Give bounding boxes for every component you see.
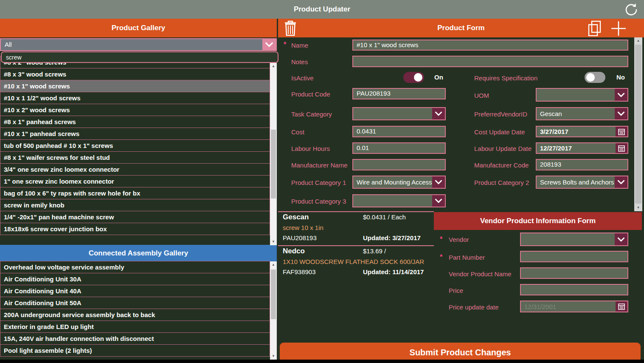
calendar-icon[interactable]	[616, 143, 627, 153]
assembly-scroll-thumb[interactable]	[271, 269, 276, 319]
uom-value	[537, 89, 615, 101]
toggle-knob	[586, 73, 595, 82]
list-item[interactable]: Air Conditioning Unit 30A	[0, 273, 270, 285]
cost-update-date-value: 3/27/2017	[537, 127, 616, 136]
vendor-dropdown[interactable]	[520, 233, 628, 246]
delete-product-button[interactable]	[284, 20, 297, 36]
cost-update-date-label: Cost Update Date	[474, 128, 525, 136]
manufacturer-code-label: Manufacturer Code	[474, 162, 529, 169]
product-filter-dropdown[interactable]: All	[0, 38, 277, 51]
list-item[interactable]: #10 x 1 1/2" wood screws	[0, 92, 270, 104]
labour-update-date-field[interactable]: 12/27/2017	[536, 142, 628, 154]
list-item[interactable]: tub of 500 panhead # 10 x 1" screws	[0, 139, 270, 152]
form-scrollbar[interactable]: ▲ ▼	[634, 37, 642, 211]
list-item[interactable]: 1" one screw zinc loomex connector	[0, 175, 270, 187]
price-field[interactable]	[520, 284, 628, 295]
scroll-up-icon[interactable]: ▲	[270, 261, 277, 268]
chevron-down-icon	[432, 195, 445, 207]
add-product-button[interactable]	[610, 20, 627, 37]
isactive-toggle[interactable]	[403, 72, 424, 83]
name-label: Name	[291, 42, 308, 49]
part-number-label: Part Number	[449, 254, 485, 261]
product-category-1-dropdown[interactable]: Wire and Mounting Access	[352, 176, 446, 189]
product-scroll-thumb[interactable]	[271, 130, 276, 199]
vendor-updated: Updated: 11/14/2017	[363, 268, 424, 275]
task-category-value	[353, 108, 432, 119]
vendor-name: Nedco	[283, 247, 305, 255]
labour-update-date-label: Labour Update Date	[474, 145, 532, 152]
notes-field[interactable]	[352, 56, 628, 67]
name-field[interactable]: #10 x 1" wood screws	[352, 40, 628, 51]
product-code-field[interactable]: PAU208193	[352, 88, 446, 99]
scroll-up-icon[interactable]: ▲	[634, 37, 642, 44]
list-item[interactable]: #8 x 1" waifer screws for steel stud	[0, 151, 270, 164]
copy-product-button[interactable]	[587, 20, 602, 36]
cost-field[interactable]: 0.0431	[352, 126, 446, 137]
calendar-icon[interactable]	[616, 127, 627, 136]
manufacturer-code-field[interactable]: 208193	[536, 159, 628, 170]
list-item[interactable]: #10 x 1" panhead screws	[0, 128, 270, 140]
requires-specification-label: Requires Specification	[474, 74, 537, 82]
scroll-down-icon[interactable]: ▼	[634, 204, 642, 211]
price-update-date-placeholder: 12/31/2001	[521, 301, 616, 312]
vendor-price: $0.0431 / Each	[363, 213, 406, 221]
list-item[interactable]: Air Conditioning Unit 40A	[0, 285, 270, 297]
list-item[interactable]: Overhead low voltage service assembly	[0, 261, 270, 273]
cost-update-date-field[interactable]: 3/27/2017	[536, 126, 628, 137]
manufacturer-name-field[interactable]	[352, 159, 446, 170]
isactive-state: On	[434, 74, 443, 81]
list-item[interactable]: 3/4" one screw zinc loomex connector	[0, 163, 270, 176]
copy-icon	[587, 20, 602, 36]
list-item[interactable]: #10 x 1" wood screws	[0, 80, 270, 92]
labour-hours-field[interactable]: 0.01	[352, 142, 446, 154]
product-gallery-header: Product Gallery	[0, 19, 277, 37]
list-item[interactable]: #8 x 3" wood screws	[0, 68, 270, 80]
scroll-down-icon[interactable]: ▼	[270, 353, 277, 360]
uom-dropdown[interactable]	[536, 88, 628, 102]
product-category-2-value: Screws Bolts and Anchors	[537, 176, 615, 188]
manufacturer-name-label: Manufacturer Name	[291, 162, 348, 169]
requires-specification-state: No	[616, 74, 625, 81]
list-item[interactable]: Air Conditioning Unit 50A	[0, 297, 270, 309]
product-search-input[interactable]	[1, 51, 278, 63]
preferred-vendor-label: PreferredVendorID	[474, 111, 527, 118]
list-item[interactable]: #10 x 2" wood screws	[0, 104, 270, 116]
calendar-icon[interactable]	[616, 301, 627, 312]
chevron-down-icon	[615, 176, 627, 188]
vendor-form-header: Vendor Product Information Form	[434, 212, 642, 230]
product-list-scrollbar[interactable]: ▲ ▼	[270, 63, 277, 245]
scroll-up-icon[interactable]: ▲	[270, 63, 277, 70]
requires-specification-toggle[interactable]	[585, 72, 605, 83]
form-scroll-thumb[interactable]	[635, 45, 641, 204]
part-number-field[interactable]	[520, 251, 628, 262]
vendor-gallery-divider	[278, 245, 434, 246]
price-update-date-field[interactable]: 12/31/2001	[520, 301, 628, 312]
list-item[interactable]: 15A, 240V air handler connection with di…	[0, 332, 270, 345]
refresh-button[interactable]	[623, 1, 640, 18]
product-category-2-dropdown[interactable]: Screws Bolts and Anchors	[536, 176, 628, 189]
list-item[interactable]: 200A underground service assembly back t…	[0, 309, 270, 321]
product-list: #8 x 2" wood screws#8 x 3" wood screws#1…	[0, 57, 270, 235]
app-title: Product Updater	[0, 0, 644, 19]
price-label: Price	[449, 287, 463, 294]
product-category-3-dropdown[interactable]	[352, 194, 446, 207]
task-category-dropdown[interactable]	[352, 107, 446, 120]
vendor-updated: Updated: 3/27/2017	[363, 234, 421, 241]
list-item[interactable]: 1/4" -20x1" pan head machine screw	[0, 211, 270, 223]
required-marker: *	[440, 235, 442, 243]
preferred-vendor-dropdown[interactable]: Gescan	[536, 107, 628, 120]
vendor-price: $13.69 /	[363, 247, 386, 255]
task-category-label: Task Category	[291, 111, 332, 118]
list-item[interactable]: 18x18x6 screw cover junction box	[0, 223, 270, 235]
list-item[interactable]: screw in emily knob	[0, 199, 270, 211]
assembly-list-scrollbar[interactable]: ▲ ▼	[270, 261, 277, 360]
cost-label: Cost	[291, 128, 304, 136]
chevron-down-icon	[615, 233, 627, 245]
list-item[interactable]: Exterior in grade LED up light	[0, 320, 270, 333]
list-item[interactable]: #8 x 1" panhead screws	[0, 116, 270, 128]
list-item[interactable]: Pool light assemble (2 lights)	[0, 344, 270, 357]
scroll-down-icon[interactable]: ▼	[270, 238, 277, 245]
vendor-product-name-field[interactable]	[520, 267, 628, 279]
required-marker: *	[440, 253, 442, 261]
list-item[interactable]: bag of 100 x 6" ty raps with screw hole …	[0, 187, 270, 199]
